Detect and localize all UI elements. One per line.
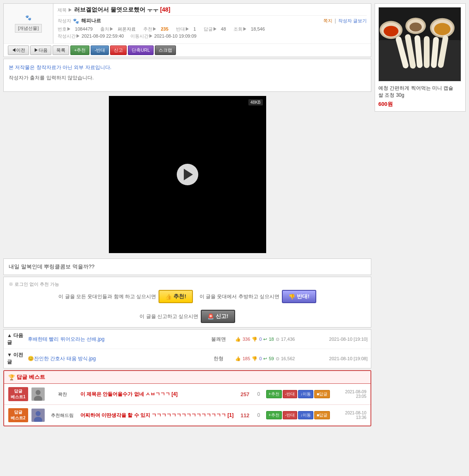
author-links: 쪽지 | 작성자 글보기 [323, 18, 367, 24]
svg-point-4 [36, 411, 41, 416]
nav-next-title[interactable]: 후배한테 빨리 뛰어오라는 선배.jpg [28, 336, 202, 343]
report-button[interactable]: 신고 [110, 45, 127, 55]
nav-prev-label: ▼ 이전글 [7, 352, 28, 366]
svg-point-16 [434, 23, 451, 36]
rec-report-button[interactable]: 🚨 신고! [201, 310, 235, 323]
recommend-section: ※ 로그인 없이 추천 가능 이 글을 모든 웃대인들과 함께 하고 싶으시면 … [3, 277, 371, 328]
article-title-count: [48] [160, 6, 171, 13]
comment-up-btn-1[interactable]: +추천 [266, 390, 282, 398]
separator: | [334, 18, 337, 24]
comment-best-row-1: 답글 베스트1 꽉찬 이 제목은 안들어올수가 없네 ㅅㅂㄱㄱㄱ [4] 257… [4, 384, 370, 405]
next-button[interactable]: ▶다음 [30, 45, 51, 55]
comment-avatar-2 [31, 409, 45, 422]
scrap-button[interactable]: 스크랩 [155, 45, 176, 55]
views-icon: ⊙ [276, 337, 279, 342]
article-body: 본 저작물은 창작자료가 아닌 외부 자료입니다. 작성자가 출처를 입력하지 … [3, 59, 371, 92]
avatar-text: 🐾 [25, 15, 31, 21]
main-content: 🐾 [개념선물] 제목 ▶ 러브겔없어서 물엿으로했어 ㅜㅜ [48] 작성자 … [0, 0, 469, 431]
oppose-label-prefix: 이 글을 웃대에서 추방하고 싶으시면 [200, 293, 279, 300]
ad-price: 600원 [378, 100, 462, 108]
report-label-prefix: 이 글을 신고하고 싶으시면 [139, 313, 198, 320]
left-panel: 🐾 [개념선물] 제목 ▶ 러브겔없어서 물엿으로했어 ㅜㅜ [48] 작성자 … [3, 3, 371, 428]
comment-actions-2: +추천 -반대 ↓이동 ■답글 [266, 411, 330, 419]
num-value: 1084479 [75, 26, 93, 31]
recommend-label: 추천▶ [143, 26, 157, 31]
nav-prev-row: ▼ 이전글 😊잔인한 간호사 태움 방식.jpg 한형 👍 185 👎 0 ↩ … [4, 349, 371, 368]
list-button[interactable]: 목록 [53, 45, 69, 55]
created-label: 작성시간▶ [58, 33, 80, 38]
page-wrapper: 🐾 [개념선물] 제목 ▶ 러브겔없어서 물엿으로했어 ㅜㅜ [48] 작성자 … [0, 0, 469, 431]
thumbs-down-icon: 👎 [289, 294, 295, 300]
nav-next-author: 불쾌맨 [202, 336, 235, 343]
article-meta: 제목 ▶ 러브겔없어서 물엿으로했어 ㅜㅜ [48] 작성자 🐾 해피나르 쪽지… [53, 4, 371, 43]
nav-next-stats: 👍 336 👎 0 ↩ 18 ⊙ 17,436 [235, 337, 318, 342]
views-value: 18,546 [251, 26, 265, 31]
reply-label: 답글▶ [204, 26, 217, 31]
recommend-item-up: 이 글을 모든 웃대인들과 함께 하고 싶으시면 👍 추천! [58, 290, 192, 303]
nav-next-row: ▲ 다음글 후배한테 빨리 뛰어오라는 선배.jpg 불쾌맨 👍 336 👎 0… [4, 330, 371, 349]
prev-button[interactable]: ◀이전 [8, 45, 29, 55]
svg-point-10 [384, 26, 399, 36]
comment-score-zero-1: 0 [255, 391, 263, 397]
title-prefix: 제목 ▶ [58, 7, 72, 12]
comment-down-btn-2[interactable]: -반대 [283, 411, 297, 419]
recommend-button[interactable]: +추천 [70, 45, 89, 55]
author-icon-img: 🐾 [73, 18, 79, 24]
article-header-inner: 🐾 [개념선물] 제목 ▶ 러브겔없어서 물엿으로했어 ㅜㅜ [48] 작성자 … [4, 4, 371, 43]
comment-rank-1: 답글 베스트1 [8, 387, 28, 401]
article-body-text: 내일 말복인데 뿌링클콤보 먹을까?? [3, 258, 371, 275]
views-label: 조회▶ [233, 26, 247, 31]
jjokji-link[interactable]: 쪽지 [323, 18, 332, 23]
recommend-row: 이 글을 모든 웃대인들과 함께 하고 싶으시면 👍 추천! 이 글을 웃대에서… [9, 290, 366, 323]
play-triangle-icon [184, 169, 193, 180]
down-icon-2: 👎 [252, 356, 257, 361]
author-posts-link[interactable]: 작성자 글보기 [338, 18, 367, 23]
rec-down-button[interactable]: 👎 반대! [282, 290, 316, 303]
comment-reply-btn-2[interactable]: ■답글 [314, 411, 330, 419]
right-panel: 예청 간편하게 찍어먹는 미니 캡슐 쌀 조청 30g 600원 [375, 3, 466, 428]
num-label: 번호▶ [58, 26, 71, 31]
comment-actions-1: +추천 -반대 ↓이동 ■답글 [266, 390, 330, 398]
reply-value: 48 [221, 26, 226, 31]
concept-link[interactable]: [개념선물] [15, 24, 41, 33]
video-container: 48KB [3, 96, 371, 254]
nav-prev-title[interactable]: 😊잔인한 간호사 태움 방식.jpg [28, 355, 202, 362]
avatar-section: 🐾 [개념선물] [4, 4, 53, 43]
oppose-value: 1 [193, 26, 196, 31]
comment-date-1: 2021-08-09 23:05 [333, 390, 366, 399]
comment-up-btn-2[interactable]: +추천 [266, 411, 282, 419]
rec-report-label: 신고! [216, 313, 228, 320]
comment-best-row-2: 답글 베스트2 추천해드림 어찌하여 이딴생각을 할 수 있지 ㄱㄱㄱㄱㄱㄱㄱㄱ… [4, 405, 370, 426]
comment-reply-btn-1[interactable]: ■답글 [314, 390, 330, 398]
comment-move-btn-2[interactable]: ↓이동 [298, 411, 313, 419]
recommend-item-report: 이 글을 신고하고 싶으시면 🚨 신고! [139, 310, 235, 323]
article-title-row: 제목 ▶ 러브겔없어서 물엿으로했어 ㅜㅜ [48] [58, 6, 367, 16]
comment-date-2: 2021-08-10 13:36 [333, 411, 366, 420]
source-value: 퍼온자료 [118, 26, 136, 31]
nav-next-comments: 18 [269, 337, 274, 342]
nav-prev-stats: 👍 185 👎 0 ↩ 59 ⊙ 16,562 [235, 356, 318, 361]
source-label: 출처▶ [100, 26, 114, 31]
short-url-button[interactable]: 단축URL [128, 45, 154, 55]
comment-down-btn-1[interactable]: -반대 [283, 390, 297, 398]
video-player[interactable]: 48KB [109, 96, 266, 253]
comments-best: 🏆 답글 베스트 답글 베스트1 꽉찬 이 제목은 안들어올수가 없네 ㅅㅂㄱㄱ… [3, 370, 371, 426]
comments-icon: ↩ [263, 337, 267, 342]
comment-move-btn-1[interactable]: ↓이동 [298, 390, 313, 398]
nav-section: ▲ 다음글 후배한테 빨리 뛰어오라는 선배.jpg 불쾌맨 👍 336 👎 0… [3, 329, 371, 368]
rec-up-button[interactable]: 👍 추천! [159, 290, 192, 303]
ad-panel: 예청 간편하게 찍어먹는 미니 캡슐 쌀 조청 30g 600원 [375, 3, 466, 112]
trophy-icon: 🏆 [8, 374, 15, 380]
nav-prev-date: 2021-08-10 [19:08] [318, 356, 368, 361]
recommend-item-down: 이 글을 웃대에서 추방하고 싶으시면 👎 반대! [200, 290, 316, 303]
comment-content-1: 이 제목은 안들어올수가 없네 ㅅㅂㄱㄱㄱ [4] [80, 391, 236, 398]
play-button[interactable] [177, 164, 198, 185]
comment-content-2: 어찌하여 이딴생각을 할 수 있지 ㄱㄱㄱㄱㄱㄱㄱㄱㄱㄱㄱㄱㄱㄱㄱ [1] [80, 412, 236, 419]
meta-row-1: 번호▶ 1084479 출처▶ 퍼온자료 추천▶ 235 반대▶ 1 [58, 26, 367, 32]
comment-score-zero-2: 0 [255, 412, 263, 418]
ad-image [378, 7, 461, 81]
oppose-button[interactable]: -반대 [91, 45, 109, 55]
comment-score-1: 257 [239, 391, 251, 397]
comment-author-1: 꽉찬 [48, 391, 77, 397]
views-icon-2: ⊙ [276, 356, 279, 361]
